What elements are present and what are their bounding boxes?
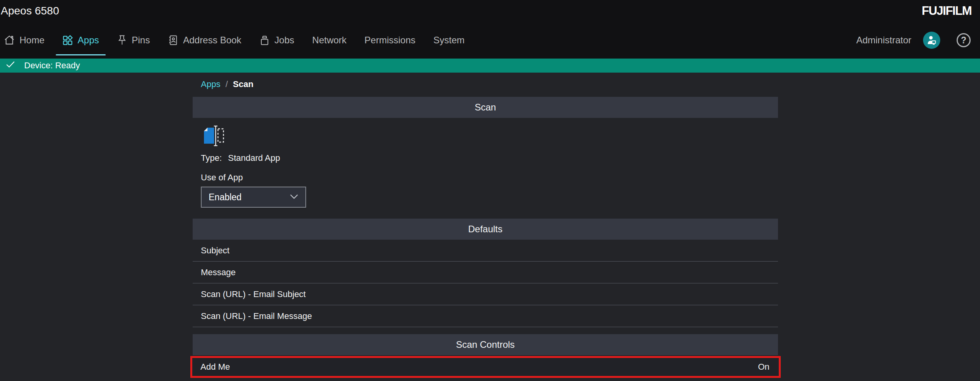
section-title: Scan Controls	[456, 339, 515, 350]
nav-tab-network[interactable]: Network	[303, 22, 356, 59]
nav-items: Home Apps	[3, 22, 473, 59]
row-label: Message	[201, 267, 236, 278]
app-info-block: Type: Standard App Use of App Enabled	[193, 125, 778, 208]
breadcrumb-apps-link[interactable]: Apps	[201, 79, 220, 89]
row-message[interactable]: Message	[193, 262, 778, 283]
nav-tab-label: System	[433, 35, 464, 46]
nav-right: Administrator ?	[856, 32, 971, 49]
help-icon[interactable]: ?	[957, 33, 971, 47]
admin-user-icon[interactable]	[923, 32, 940, 49]
content-column: Apps / Scan Scan Type: Standard App	[193, 78, 778, 378]
help-glyph: ?	[961, 35, 966, 46]
row-subject[interactable]: Subject	[193, 240, 778, 262]
nav-tab-permissions[interactable]: Permissions	[356, 22, 425, 59]
address-book-icon	[168, 35, 178, 46]
section-title: Scan	[475, 102, 496, 113]
main-nav: Home Apps	[0, 22, 980, 59]
row-label: Add Me	[200, 362, 230, 372]
nav-tab-jobs[interactable]: Jobs	[250, 22, 303, 59]
title-row: Apeos 6580 FUJIFILM	[0, 0, 980, 22]
breadcrumb-current: Scan	[233, 79, 253, 89]
nav-tab-home[interactable]: Home	[3, 22, 53, 59]
top-bar: Apeos 6580 FUJIFILM Home	[0, 0, 980, 59]
nav-tab-label: Permissions	[365, 35, 416, 46]
check-icon	[5, 60, 16, 71]
row-value: On	[758, 362, 769, 372]
nav-tab-label: Network	[312, 35, 347, 46]
device-status-bar: Device: Ready	[0, 59, 980, 73]
row-add-me-highlighted[interactable]: Add Me On	[190, 356, 781, 378]
jobs-icon	[259, 35, 270, 46]
nav-tab-label: Jobs	[275, 35, 294, 46]
use-of-app-dropdown[interactable]: Enabled	[201, 187, 306, 208]
row-scan-url-email-message[interactable]: Scan (URL) - Email Message	[193, 305, 778, 327]
row-label: Subject	[201, 246, 229, 256]
nav-tab-label: Address Book	[183, 35, 241, 46]
chevron-down-icon	[290, 194, 298, 201]
section-header-defaults: Defaults	[193, 219, 778, 240]
main-area: Apps / Scan Scan Type: Standard App	[0, 78, 980, 381]
row-label: Scan (URL) - Email Subject	[201, 289, 306, 299]
nav-tab-label: Pins	[132, 35, 150, 46]
breadcrumb-separator: /	[225, 79, 228, 89]
section-header-scan-controls: Scan Controls	[193, 334, 778, 355]
section-title: Defaults	[468, 224, 502, 235]
nav-tab-label: Home	[19, 35, 44, 46]
use-of-app-label: Use of App	[201, 173, 778, 183]
row-scan-url-email-subject[interactable]: Scan (URL) - Email Subject	[193, 283, 778, 305]
app-type-label: Type:	[201, 153, 222, 163]
scan-app-icon	[201, 125, 225, 147]
home-icon	[4, 35, 15, 46]
nav-tab-address-book[interactable]: Address Book	[159, 22, 250, 59]
page-title: Apeos 6580	[1, 5, 59, 17]
logged-in-user-label: Administrator	[856, 35, 911, 46]
nav-tab-pins[interactable]: Pins	[108, 22, 159, 59]
apps-icon	[62, 35, 73, 46]
breadcrumb: Apps / Scan	[193, 78, 778, 91]
pin-icon	[117, 35, 127, 46]
app-type-value: Standard App	[228, 153, 280, 163]
nav-tab-system[interactable]: System	[424, 22, 473, 59]
use-of-app-value: Enabled	[209, 192, 241, 203]
fujifilm-logo: FUJIFILM	[922, 4, 972, 18]
app-type-line: Type: Standard App	[201, 153, 778, 163]
section-header-scan: Scan	[193, 97, 778, 118]
row-label: Scan (URL) - Email Message	[201, 311, 312, 321]
nav-tab-label: Apps	[78, 35, 99, 46]
device-status-text: Device: Ready	[24, 61, 80, 71]
nav-tab-apps[interactable]: Apps	[53, 22, 108, 59]
